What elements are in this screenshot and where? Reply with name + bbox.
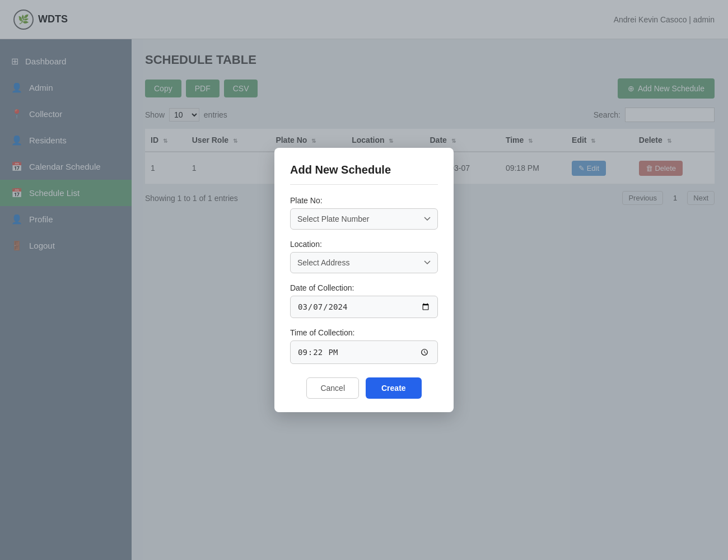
location-label: Location:: [290, 240, 438, 249]
time-group: Time of Collection:: [290, 328, 438, 365]
location-group: Location: Select Address: [290, 240, 438, 273]
modal-actions: Cancel Create: [290, 377, 438, 399]
create-button[interactable]: Create: [366, 377, 422, 399]
date-label: Date of Collection:: [290, 283, 438, 292]
date-group: Date of Collection:: [290, 283, 438, 318]
modal-title: Add New Schedule: [290, 164, 438, 185]
cancel-button[interactable]: Cancel: [306, 377, 359, 399]
modal-overlay: Add New Schedule Plate No: Select Plate …: [0, 0, 728, 560]
time-label: Time of Collection:: [290, 328, 438, 337]
plate-no-group: Plate No: Select Plate Number: [290, 196, 438, 230]
location-select[interactable]: Select Address: [290, 252, 438, 273]
add-schedule-modal: Add New Schedule Plate No: Select Plate …: [274, 148, 454, 413]
plate-no-select[interactable]: Select Plate Number: [290, 208, 438, 230]
plate-no-label: Plate No:: [290, 196, 438, 205]
time-input[interactable]: [290, 340, 438, 365]
date-input[interactable]: [290, 296, 438, 318]
